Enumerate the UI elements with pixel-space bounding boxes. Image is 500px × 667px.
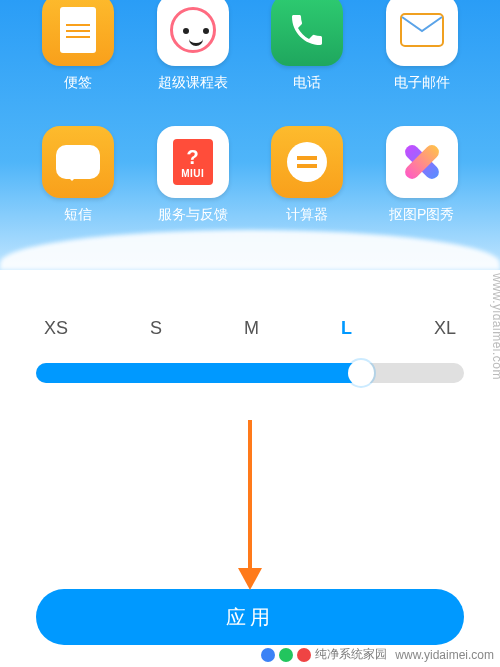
app-label: 电话: [293, 74, 321, 92]
app-label: 计算器: [286, 206, 328, 224]
home-screen-preview: 便签 超级课程表 电话 电子邮件 短信: [0, 0, 500, 270]
app-label: 抠图P图秀: [389, 206, 454, 224]
super-schedule-icon: [157, 0, 229, 66]
watermark-host: www.yidaimei.com: [395, 648, 494, 662]
app-label: 超级课程表: [158, 74, 228, 92]
sms-icon: [42, 126, 114, 198]
note-icon: [42, 0, 114, 66]
cutout-icon: [386, 126, 458, 198]
app-label: 便签: [64, 74, 92, 92]
miui-feedback-icon: MIUI: [157, 126, 229, 198]
cloud-decoration: [0, 230, 500, 270]
app-row-2: 短信 MIUI 服务与反馈 计算器 抠图P图秀: [0, 126, 500, 224]
app-label: 服务与反馈: [158, 206, 228, 224]
app-mail[interactable]: 电子邮件: [374, 0, 471, 92]
calculator-icon: [271, 126, 343, 198]
mail-icon: [386, 0, 458, 66]
font-size-panel: XS S M L XL 应用: [0, 270, 500, 667]
size-slider[interactable]: [36, 363, 464, 383]
size-l[interactable]: L: [341, 318, 352, 339]
size-xl[interactable]: XL: [434, 318, 456, 339]
watermark-text: 纯净系统家园: [315, 646, 387, 663]
size-xs[interactable]: XS: [44, 318, 68, 339]
app-cutout[interactable]: 抠图P图秀: [374, 126, 471, 224]
app-super-schedule[interactable]: 超级课程表: [145, 0, 242, 92]
app-sms[interactable]: 短信: [30, 126, 127, 224]
apply-button[interactable]: 应用: [36, 589, 464, 645]
app-label: 短信: [64, 206, 92, 224]
app-calculator[interactable]: 计算器: [259, 126, 356, 224]
app-phone[interactable]: 电话: [259, 0, 356, 92]
size-m[interactable]: M: [244, 318, 259, 339]
app-miui-feedback[interactable]: MIUI 服务与反馈: [145, 126, 242, 224]
phone-icon: [271, 0, 343, 66]
screen: 便签 超级课程表 电话 电子邮件 短信: [0, 0, 500, 667]
side-watermark: www.yidaimei.com: [490, 273, 500, 380]
app-row-1: 便签 超级课程表 电话 电子邮件: [0, 0, 500, 92]
app-note[interactable]: 便签: [30, 0, 127, 92]
apply-button-label: 应用: [226, 604, 274, 631]
size-options: XS S M L XL: [0, 270, 500, 339]
watermark: 纯净系统家园 www.yidaimei.com: [261, 646, 494, 663]
app-label: 电子邮件: [394, 74, 450, 92]
size-s[interactable]: S: [150, 318, 162, 339]
slider-fill: [36, 363, 361, 383]
